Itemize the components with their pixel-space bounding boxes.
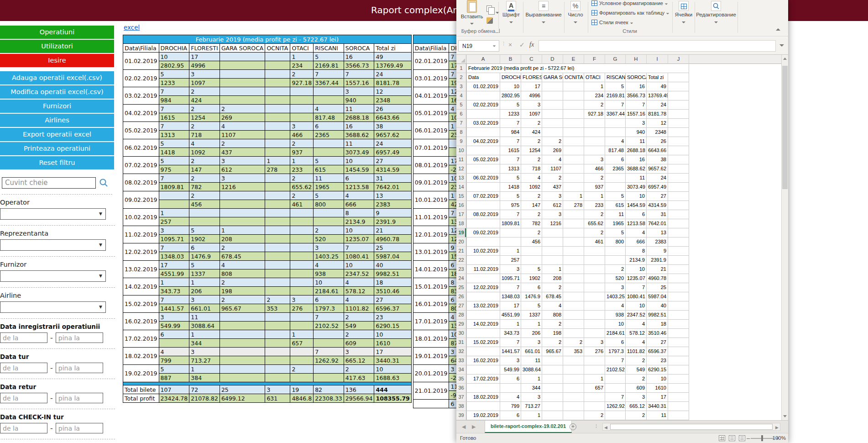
excel-cell-B2[interactable]: DROCHIA: [500, 73, 521, 82]
excel-cell-G34[interactable]: 2102.52: [605, 365, 626, 374]
excel-cell-A35[interactable]: 17.02.2019: [466, 374, 500, 384]
excel-column-header-G[interactable]: G: [605, 55, 626, 64]
excel-cell-H13[interactable]: 11: [626, 174, 647, 183]
excel-cell-A20[interactable]: [466, 237, 500, 247]
select-furnizor[interactable]: ▼: [0, 270, 106, 282]
excel-cell-D2[interactable]: GARA SOROCA: [542, 73, 563, 82]
excel-cell-A16[interactable]: [466, 201, 500, 210]
excel-cell-G39[interactable]: [605, 411, 626, 420]
excel-cell-H17[interactable]: 6: [626, 210, 647, 219]
excel-cell-G2[interactable]: RISCANI: [605, 73, 626, 82]
excel-cell-J2[interactable]: [668, 73, 689, 82]
select-reprezentanta[interactable]: ▼: [0, 239, 106, 251]
excel-cell-A31[interactable]: 15.02.2019: [466, 338, 500, 347]
search-button[interactable]: [96, 177, 109, 189]
excel-cell-H3[interactable]: 16: [626, 82, 647, 91]
excel-cell-C34[interactable]: 3088.64: [521, 365, 542, 374]
excel-row-header-36[interactable]: 36: [456, 384, 466, 393]
excel-cell-A15[interactable]: 07.02.2019: [466, 192, 500, 201]
excel-cell-F21[interactable]: [584, 247, 605, 256]
scroll-left-icon[interactable]: ◀: [604, 425, 607, 430]
excel-cell-G33[interactable]: 7: [605, 356, 626, 365]
name-box[interactable]: N19: [458, 40, 499, 52]
excel-cell-F11[interactable]: 3: [584, 155, 605, 164]
excel-row-header-1[interactable]: 1: [456, 64, 466, 73]
excel-cell-B21[interactable]: 1: [500, 247, 521, 256]
excel-cell-B6[interactable]: 1233: [500, 110, 521, 119]
excel-cell-H12[interactable]: 3688.62: [626, 164, 647, 174]
page-break-view-icon[interactable]: [739, 435, 745, 441]
excel-column-header-D[interactable]: D: [542, 55, 563, 64]
scroll-right-icon[interactable]: ▶: [775, 425, 779, 430]
excel-cell-H29[interactable]: 4: [626, 320, 647, 329]
excel-cell-I4[interactable]: 13769.49: [647, 91, 668, 100]
active-sheet-tab[interactable]: bilete-raport-complex-19.02.201: [485, 421, 572, 433]
excel-cell-H8[interactable]: 940: [626, 128, 647, 137]
excel-row-header-4[interactable]: 4: [456, 91, 466, 100]
sidebar-button-modifica-operatii-excel-csv[interactable]: Modifica operatii excel(.csv): [0, 85, 114, 99]
vertical-scroll-thumb[interactable]: [782, 66, 788, 189]
excel-cell-F28[interactable]: [584, 311, 605, 320]
excel-cell-A25[interactable]: 12.02.2019: [466, 283, 500, 292]
excel-cell-F35[interactable]: 1: [584, 374, 605, 384]
excel-cell-D15[interactable]: 3: [542, 192, 563, 201]
excel-cell-A12[interactable]: [466, 164, 500, 174]
excel-cell-B15[interactable]: 5: [500, 192, 521, 201]
excel-cell-I7[interactable]: 12: [647, 119, 668, 128]
excel-cell-C18[interactable]: 782: [521, 219, 542, 228]
date-from-input-data-tur[interactable]: [0, 363, 47, 373]
excel-cell-B16[interactable]: 975: [500, 201, 521, 210]
search-input[interactable]: [2, 177, 96, 189]
excel-cell-B37[interactable]: 4: [500, 393, 521, 402]
excel-cell-G6[interactable]: 3367.44: [605, 110, 626, 119]
excel-cell-E16[interactable]: 278: [563, 201, 584, 210]
excel-link[interactable]: excel: [124, 24, 140, 31]
excel-cell-E18[interactable]: [563, 219, 584, 228]
excel-column-header-I[interactable]: I: [647, 55, 668, 64]
excel-cell-I5[interactable]: 24: [647, 100, 668, 110]
excel-cell-H19[interactable]: 4: [626, 228, 647, 237]
excel-cell-J32[interactable]: [668, 347, 689, 356]
excel-cell-C13[interactable]: 4: [521, 174, 542, 183]
excel-cell-H21[interactable]: 8: [626, 247, 647, 256]
excel-row-header-29[interactable]: 29: [456, 320, 466, 329]
excel-cell-J15[interactable]: [668, 192, 689, 201]
excel-cell-G37[interactable]: 7: [605, 393, 626, 402]
excel-cell-J37[interactable]: [668, 393, 689, 402]
excel-cell-D3[interactable]: [542, 82, 563, 91]
excel-row-header-27[interactable]: 27: [456, 301, 466, 311]
excel-cell-A21[interactable]: 10.02.2019: [466, 247, 500, 256]
excel-cell-I2[interactable]: Total zi: [647, 73, 668, 82]
excel-cell-B29[interactable]: 1: [500, 320, 521, 329]
excel-cell-E20[interactable]: [563, 237, 584, 247]
excel-cell-I14[interactable]: 6957.49: [647, 183, 668, 192]
excel-row-header-17[interactable]: 17: [456, 210, 466, 219]
conditional-formatting-button[interactable]: Условное форматирование: [591, 0, 668, 6]
excel-cell-I34[interactable]: 6290.15: [647, 365, 668, 374]
excel-cell-E38[interactable]: [563, 402, 584, 411]
excel-cell-J18[interactable]: [668, 219, 689, 228]
excel-cell-I8[interactable]: 2348: [647, 128, 668, 137]
excel-cell-F30[interactable]: [584, 329, 605, 338]
excel-cell-I9[interactable]: 26: [647, 137, 668, 146]
excel-cell-G21[interactable]: [605, 247, 626, 256]
excel-cell-G31[interactable]: 6: [605, 338, 626, 347]
scroll-down-icon[interactable]: [782, 412, 788, 420]
excel-cell-I6[interactable]: 8181.78: [647, 110, 668, 119]
excel-cell-J23[interactable]: [668, 265, 689, 274]
excel-cell-J31[interactable]: [668, 338, 689, 347]
excel-cell-J25[interactable]: [668, 283, 689, 292]
excel-cell-F3[interactable]: 1: [584, 82, 605, 91]
excel-cell-H30[interactable]: 578.12: [626, 329, 647, 338]
excel-cell-D4[interactable]: [542, 91, 563, 100]
cell-styles-button[interactable]: Стили ячеек: [591, 20, 633, 25]
excel-row-header-28[interactable]: 28: [456, 311, 466, 320]
excel-cell-H25[interactable]: 7: [626, 283, 647, 292]
horizontal-scroll-thumb[interactable]: [610, 424, 773, 430]
excel-cell-E4[interactable]: [563, 91, 584, 100]
excel-cell-G9[interactable]: 4: [605, 137, 626, 146]
excel-cell-I19[interactable]: 13: [647, 228, 668, 237]
select-operator[interactable]: ▼: [0, 208, 106, 220]
excel-cell-I35[interactable]: 10: [647, 374, 668, 384]
excel-cell-J28[interactable]: [668, 311, 689, 320]
